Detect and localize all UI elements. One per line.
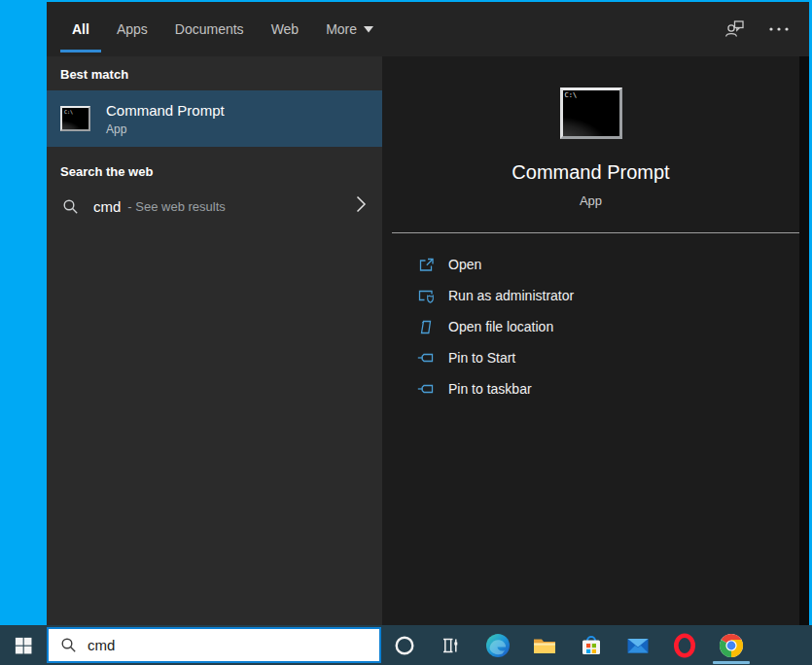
preview-app-title: Command Prompt: [382, 161, 799, 184]
edge-icon: [485, 633, 511, 658]
command-prompt-icon: C:\: [60, 106, 90, 131]
action-label: Open file location: [448, 319, 553, 334]
tab-apps[interactable]: Apps: [117, 16, 148, 43]
start-button[interactable]: [0, 625, 47, 665]
action-open-file-location[interactable]: Open file location: [382, 311, 799, 342]
filter-tabs: All Apps Documents Web More: [72, 16, 373, 43]
tab-more-label: More: [326, 21, 357, 37]
action-pin-to-start[interactable]: Pin to Start: [382, 342, 799, 373]
mail-icon: [625, 633, 651, 658]
chrome-button[interactable]: [708, 625, 755, 665]
tab-web-label: Web: [271, 21, 300, 37]
search-icon: [60, 637, 77, 653]
mail-button[interactable]: [615, 625, 661, 665]
windows-start-icon: [15, 637, 32, 654]
ellipsis-icon[interactable]: [757, 10, 801, 49]
action-run-as-administrator[interactable]: Run as administrator: [382, 280, 799, 311]
store-icon: [579, 633, 604, 658]
action-list: Open Run as administrator: [382, 249, 799, 404]
tab-more[interactable]: More: [326, 16, 373, 43]
task-view-button[interactable]: [428, 625, 475, 665]
web-search-result[interactable]: cmd - See web results: [47, 188, 382, 225]
desktop: All Apps Documents Web More: [0, 0, 812, 665]
opera-button[interactable]: [661, 625, 708, 665]
cortana-icon: [394, 635, 415, 656]
taskbar-search-box[interactable]: [47, 627, 381, 663]
tab-documents-label: Documents: [175, 21, 244, 37]
preview-panel: C:\ Command Prompt App Open: [382, 56, 799, 625]
store-button[interactable]: [568, 625, 615, 665]
chevron-down-icon: [364, 26, 373, 33]
command-prompt-icon: C:\: [560, 88, 622, 139]
pin-icon: [417, 349, 435, 367]
search-icon: [62, 198, 79, 215]
edge-button[interactable]: [475, 625, 521, 665]
file-explorer-button[interactable]: [521, 625, 568, 665]
chevron-right-icon[interactable]: [355, 194, 367, 218]
action-label: Open: [448, 257, 481, 272]
active-app-indicator: [713, 661, 750, 664]
tab-all-label: All: [72, 21, 89, 37]
pin-icon: [417, 380, 435, 398]
window-edge-shadow: [799, 56, 809, 625]
taskbar: [0, 625, 812, 665]
action-pin-to-taskbar[interactable]: Pin to taskbar: [382, 373, 799, 404]
search-input[interactable]: [88, 637, 331, 653]
preview-app-type: App: [382, 193, 799, 208]
chrome-icon: [719, 633, 744, 658]
tab-documents[interactable]: Documents: [175, 16, 244, 43]
search-web-header: Search the web: [47, 147, 382, 188]
web-query: cmd: [93, 198, 121, 215]
result-type: App: [106, 122, 225, 136]
admin-shield-icon: [417, 287, 435, 304]
header-icons: [712, 2, 809, 56]
tab-all[interactable]: All: [72, 16, 89, 43]
action-label: Pin to Start: [448, 350, 515, 366]
start-search-window: All Apps Documents Web More: [47, 2, 809, 625]
file-location-icon: [417, 318, 435, 335]
preview-separator: [392, 232, 809, 233]
action-label: Run as administrator: [448, 288, 574, 303]
file-explorer-icon: [532, 633, 557, 658]
task-view-icon: [441, 635, 462, 656]
action-label: Pin to taskbar: [448, 381, 532, 397]
tab-apps-label: Apps: [117, 21, 148, 37]
best-match-header: Best match: [47, 56, 382, 90]
open-window-icon: [417, 256, 435, 273]
opera-icon: [672, 633, 697, 658]
web-suffix: - See web results: [127, 199, 225, 214]
search-filter-header: All Apps Documents Web More: [47, 2, 809, 56]
results-panel: Best match C:\ Command Prompt App Search…: [47, 56, 382, 625]
action-open[interactable]: Open: [382, 249, 799, 280]
feedback-person-icon[interactable]: [712, 10, 757, 49]
tab-web[interactable]: Web: [271, 16, 300, 43]
result-title: Command Prompt: [106, 102, 225, 119]
best-match-result[interactable]: C:\ Command Prompt App: [47, 90, 382, 147]
cortana-button[interactable]: [381, 625, 428, 665]
